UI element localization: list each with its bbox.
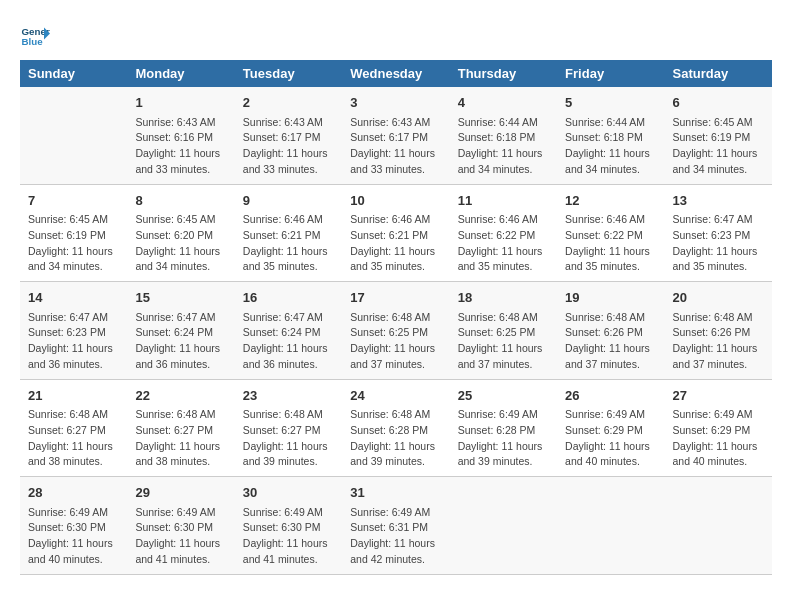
day-info: Sunrise: 6:48 AM Sunset: 6:26 PM Dayligh…	[565, 310, 656, 373]
day-info: Sunrise: 6:43 AM Sunset: 6:16 PM Dayligh…	[135, 115, 226, 178]
day-number: 27	[673, 386, 764, 406]
calendar-cell: 30Sunrise: 6:49 AM Sunset: 6:30 PM Dayli…	[235, 477, 342, 575]
day-info: Sunrise: 6:48 AM Sunset: 6:27 PM Dayligh…	[135, 407, 226, 470]
calendar-cell	[557, 477, 664, 575]
calendar-cell: 19Sunrise: 6:48 AM Sunset: 6:26 PM Dayli…	[557, 282, 664, 380]
day-info: Sunrise: 6:44 AM Sunset: 6:18 PM Dayligh…	[565, 115, 656, 178]
day-info: Sunrise: 6:48 AM Sunset: 6:25 PM Dayligh…	[458, 310, 549, 373]
calendar-cell: 26Sunrise: 6:49 AM Sunset: 6:29 PM Dayli…	[557, 379, 664, 477]
day-info: Sunrise: 6:48 AM Sunset: 6:26 PM Dayligh…	[673, 310, 764, 373]
day-info: Sunrise: 6:48 AM Sunset: 6:25 PM Dayligh…	[350, 310, 441, 373]
calendar-cell: 24Sunrise: 6:48 AM Sunset: 6:28 PM Dayli…	[342, 379, 449, 477]
logo-icon: General Blue	[20, 20, 50, 50]
calendar-cell: 21Sunrise: 6:48 AM Sunset: 6:27 PM Dayli…	[20, 379, 127, 477]
header: General Blue	[20, 20, 772, 50]
day-number: 17	[350, 288, 441, 308]
day-number: 14	[28, 288, 119, 308]
calendar-cell: 16Sunrise: 6:47 AM Sunset: 6:24 PM Dayli…	[235, 282, 342, 380]
day-info: Sunrise: 6:49 AM Sunset: 6:28 PM Dayligh…	[458, 407, 549, 470]
calendar-cell	[665, 477, 772, 575]
column-header-saturday: Saturday	[665, 60, 772, 87]
calendar-cell: 4Sunrise: 6:44 AM Sunset: 6:18 PM Daylig…	[450, 87, 557, 184]
day-number: 7	[28, 191, 119, 211]
calendar-cell: 31Sunrise: 6:49 AM Sunset: 6:31 PM Dayli…	[342, 477, 449, 575]
column-headers: SundayMondayTuesdayWednesdayThursdayFrid…	[20, 60, 772, 87]
day-info: Sunrise: 6:45 AM Sunset: 6:19 PM Dayligh…	[673, 115, 764, 178]
calendar-cell: 14Sunrise: 6:47 AM Sunset: 6:23 PM Dayli…	[20, 282, 127, 380]
day-number: 18	[458, 288, 549, 308]
day-info: Sunrise: 6:46 AM Sunset: 6:22 PM Dayligh…	[565, 212, 656, 275]
day-number: 29	[135, 483, 226, 503]
calendar-cell: 3Sunrise: 6:43 AM Sunset: 6:17 PM Daylig…	[342, 87, 449, 184]
day-info: Sunrise: 6:47 AM Sunset: 6:23 PM Dayligh…	[673, 212, 764, 275]
column-header-friday: Friday	[557, 60, 664, 87]
day-info: Sunrise: 6:48 AM Sunset: 6:28 PM Dayligh…	[350, 407, 441, 470]
day-info: Sunrise: 6:43 AM Sunset: 6:17 PM Dayligh…	[243, 115, 334, 178]
week-row-2: 7Sunrise: 6:45 AM Sunset: 6:19 PM Daylig…	[20, 184, 772, 282]
calendar-cell: 20Sunrise: 6:48 AM Sunset: 6:26 PM Dayli…	[665, 282, 772, 380]
day-info: Sunrise: 6:45 AM Sunset: 6:19 PM Dayligh…	[28, 212, 119, 275]
day-number: 13	[673, 191, 764, 211]
column-header-monday: Monday	[127, 60, 234, 87]
day-number: 20	[673, 288, 764, 308]
day-number: 5	[565, 93, 656, 113]
day-info: Sunrise: 6:47 AM Sunset: 6:24 PM Dayligh…	[135, 310, 226, 373]
calendar-cell: 10Sunrise: 6:46 AM Sunset: 6:21 PM Dayli…	[342, 184, 449, 282]
calendar-cell: 15Sunrise: 6:47 AM Sunset: 6:24 PM Dayli…	[127, 282, 234, 380]
day-info: Sunrise: 6:48 AM Sunset: 6:27 PM Dayligh…	[243, 407, 334, 470]
calendar-cell	[20, 87, 127, 184]
day-info: Sunrise: 6:49 AM Sunset: 6:29 PM Dayligh…	[565, 407, 656, 470]
day-number: 3	[350, 93, 441, 113]
svg-text:Blue: Blue	[22, 36, 44, 47]
calendar-cell: 7Sunrise: 6:45 AM Sunset: 6:19 PM Daylig…	[20, 184, 127, 282]
day-number: 2	[243, 93, 334, 113]
day-info: Sunrise: 6:44 AM Sunset: 6:18 PM Dayligh…	[458, 115, 549, 178]
day-number: 16	[243, 288, 334, 308]
day-info: Sunrise: 6:49 AM Sunset: 6:30 PM Dayligh…	[243, 505, 334, 568]
day-number: 4	[458, 93, 549, 113]
day-info: Sunrise: 6:46 AM Sunset: 6:21 PM Dayligh…	[350, 212, 441, 275]
day-number: 12	[565, 191, 656, 211]
calendar-cell: 22Sunrise: 6:48 AM Sunset: 6:27 PM Dayli…	[127, 379, 234, 477]
day-number: 9	[243, 191, 334, 211]
day-number: 8	[135, 191, 226, 211]
week-row-4: 21Sunrise: 6:48 AM Sunset: 6:27 PM Dayli…	[20, 379, 772, 477]
day-info: Sunrise: 6:43 AM Sunset: 6:17 PM Dayligh…	[350, 115, 441, 178]
column-header-tuesday: Tuesday	[235, 60, 342, 87]
calendar-cell: 18Sunrise: 6:48 AM Sunset: 6:25 PM Dayli…	[450, 282, 557, 380]
week-row-1: 1Sunrise: 6:43 AM Sunset: 6:16 PM Daylig…	[20, 87, 772, 184]
column-header-wednesday: Wednesday	[342, 60, 449, 87]
day-info: Sunrise: 6:47 AM Sunset: 6:24 PM Dayligh…	[243, 310, 334, 373]
day-info: Sunrise: 6:49 AM Sunset: 6:30 PM Dayligh…	[28, 505, 119, 568]
day-number: 19	[565, 288, 656, 308]
calendar-cell: 11Sunrise: 6:46 AM Sunset: 6:22 PM Dayli…	[450, 184, 557, 282]
calendar-cell: 28Sunrise: 6:49 AM Sunset: 6:30 PM Dayli…	[20, 477, 127, 575]
day-info: Sunrise: 6:47 AM Sunset: 6:23 PM Dayligh…	[28, 310, 119, 373]
calendar-cell: 6Sunrise: 6:45 AM Sunset: 6:19 PM Daylig…	[665, 87, 772, 184]
day-number: 11	[458, 191, 549, 211]
day-number: 21	[28, 386, 119, 406]
calendar-table: SundayMondayTuesdayWednesdayThursdayFrid…	[20, 60, 772, 575]
day-info: Sunrise: 6:46 AM Sunset: 6:22 PM Dayligh…	[458, 212, 549, 275]
calendar-cell: 8Sunrise: 6:45 AM Sunset: 6:20 PM Daylig…	[127, 184, 234, 282]
day-number: 10	[350, 191, 441, 211]
calendar-cell: 5Sunrise: 6:44 AM Sunset: 6:18 PM Daylig…	[557, 87, 664, 184]
calendar-cell: 27Sunrise: 6:49 AM Sunset: 6:29 PM Dayli…	[665, 379, 772, 477]
calendar-cell: 23Sunrise: 6:48 AM Sunset: 6:27 PM Dayli…	[235, 379, 342, 477]
week-row-3: 14Sunrise: 6:47 AM Sunset: 6:23 PM Dayli…	[20, 282, 772, 380]
day-number: 15	[135, 288, 226, 308]
day-info: Sunrise: 6:49 AM Sunset: 6:29 PM Dayligh…	[673, 407, 764, 470]
calendar-cell: 12Sunrise: 6:46 AM Sunset: 6:22 PM Dayli…	[557, 184, 664, 282]
column-header-sunday: Sunday	[20, 60, 127, 87]
day-info: Sunrise: 6:45 AM Sunset: 6:20 PM Dayligh…	[135, 212, 226, 275]
day-number: 30	[243, 483, 334, 503]
calendar-cell	[450, 477, 557, 575]
calendar-cell: 9Sunrise: 6:46 AM Sunset: 6:21 PM Daylig…	[235, 184, 342, 282]
day-number: 25	[458, 386, 549, 406]
calendar-cell: 13Sunrise: 6:47 AM Sunset: 6:23 PM Dayli…	[665, 184, 772, 282]
day-number: 31	[350, 483, 441, 503]
column-header-thursday: Thursday	[450, 60, 557, 87]
day-info: Sunrise: 6:46 AM Sunset: 6:21 PM Dayligh…	[243, 212, 334, 275]
day-number: 6	[673, 93, 764, 113]
day-number: 1	[135, 93, 226, 113]
